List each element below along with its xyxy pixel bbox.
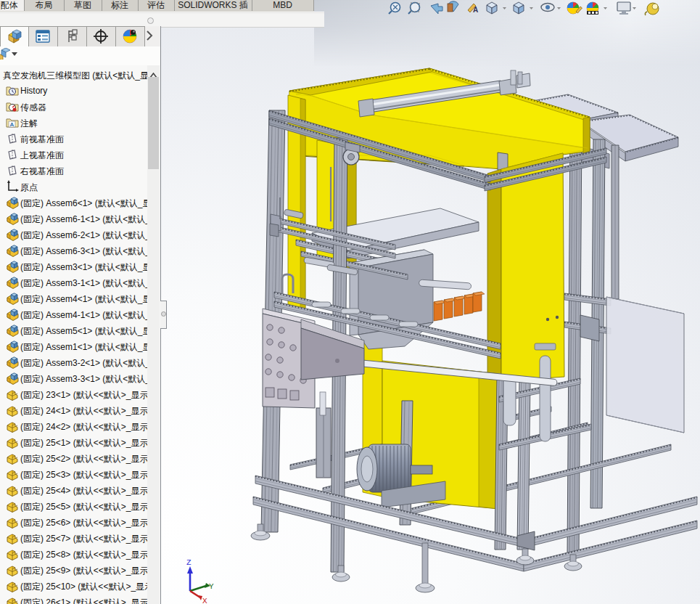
svg-text:Y: Y (209, 582, 214, 591)
svg-text:Z: Z (186, 558, 192, 567)
svg-text:X: X (202, 597, 207, 604)
svg-text:A: A (10, 121, 15, 128)
svg-text:A: A (473, 6, 478, 14)
